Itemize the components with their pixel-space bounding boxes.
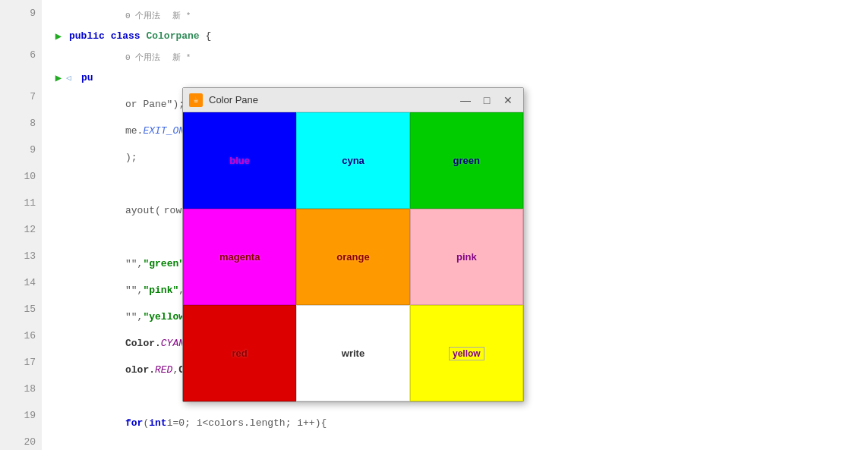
usage-hint-2: 0 个用法 新 * <box>42 49 868 65</box>
line-num-usage-hint <box>0 27 42 42</box>
color-label-magenta: magenta <box>219 251 260 263</box>
run-arrow-7[interactable]: ▶ <box>52 72 65 84</box>
window-title: Color Pane <box>209 94 450 105</box>
color-cell-orange[interactable]: orange <box>296 209 409 305</box>
line-num-13: 13 <box>0 243 42 269</box>
color-label-green: green <box>453 155 480 166</box>
kw-public: public <box>69 30 105 42</box>
color-cell-magenta[interactable]: magenta <box>183 209 296 305</box>
usage-new-2: 新 * <box>172 52 191 63</box>
color-cell-yellow[interactable]: yellow <box>410 305 523 401</box>
usage-count-1: 0 个用法 <box>125 10 160 21</box>
code-line-20: for ( int i=0; i<colors.length; i++){ <box>42 410 868 436</box>
line-num-12: 12 <box>0 216 42 243</box>
window-titlebar[interactable]: ☕ Color Pane — □ ✕ <box>183 88 523 112</box>
color-cell-red[interactable]: red <box>183 305 296 401</box>
usage-new-1: 新 * <box>172 10 191 21</box>
color-label-red: red <box>232 348 248 359</box>
color-cell-white[interactable]: write <box>296 305 409 401</box>
line-num-11: 11 <box>0 190 42 216</box>
color-cell-blue[interactable]: blue <box>183 112 296 209</box>
close-button[interactable]: ✕ <box>499 93 517 108</box>
color-cell-green[interactable]: green <box>410 112 523 209</box>
color-pane-window: ☕ Color Pane — □ ✕ blue cyna green magen… <box>182 87 524 402</box>
color-label-cyan: cyna <box>342 155 365 166</box>
line-num-14: 14 <box>0 269 42 296</box>
line-num-6: 6 <box>0 42 42 68</box>
color-grid: blue cyna green magenta orange pink red … <box>183 112 523 401</box>
line-num-8: 8 <box>0 110 42 137</box>
color-label-white: write <box>342 348 365 359</box>
color-label-orange: orange <box>336 251 369 263</box>
line-num-17: 17 <box>0 349 42 376</box>
color-cell-pink[interactable]: pink <box>410 209 523 305</box>
line-num-20: 20 <box>0 429 42 450</box>
line-num-10: 10 <box>0 163 42 190</box>
usage-count-2: 0 个用法 <box>125 52 160 63</box>
line-num-7: 7 <box>0 83 42 110</box>
line-num-19: 19 <box>0 402 42 429</box>
line-num-blank: 9 <box>0 0 42 27</box>
color-label-yellow: yellow <box>449 347 485 360</box>
color-label-pink: pink <box>456 251 477 263</box>
line-num-9: 9 <box>0 137 42 163</box>
line-num-usage-hint2 <box>0 68 42 83</box>
usage-hint-1: 0 个用法 新 * <box>42 8 868 23</box>
line-numbers-gutter: 9 6 7 8 9 10 11 12 13 14 15 16 17 18 19 … <box>0 0 42 450</box>
code-line-top <box>42 0 868 8</box>
window-controls: — □ ✕ <box>456 93 517 108</box>
classname-colorpane: Colorpane <box>146 30 199 42</box>
code-line-6: ▶ public class Colorpane { <box>42 23 868 49</box>
bookmark-7: ◁ <box>66 73 77 83</box>
minimize-button[interactable]: — <box>456 93 475 108</box>
maximize-button[interactable]: □ <box>478 93 496 108</box>
line-num-18: 18 <box>0 376 42 402</box>
java-icon: ☕ <box>189 93 203 107</box>
line-num-16: 16 <box>0 323 42 349</box>
color-cell-cyan[interactable]: cyna <box>296 112 409 209</box>
kw-class: class <box>111 30 140 42</box>
color-label-blue: blue <box>229 155 250 166</box>
line-num-15: 15 <box>0 296 42 323</box>
run-arrow-6[interactable]: ▶ <box>52 30 65 42</box>
